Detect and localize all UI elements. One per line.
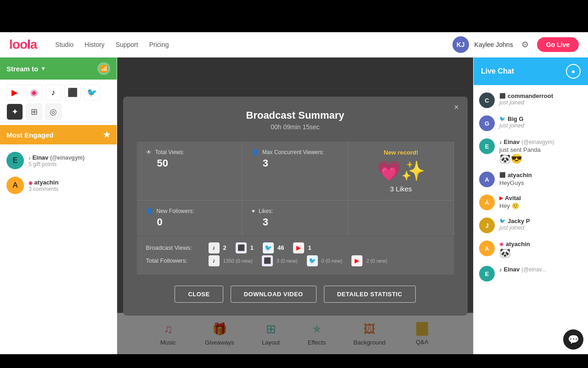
chat-name-row: ⬛ commanderroot [499, 92, 582, 99]
chat-content: ▶ Avital Hey 🙂 [499, 195, 582, 209]
chat-text: HeyGuys [499, 179, 582, 186]
tiktok-followers-icon: ♪ [209, 255, 220, 266]
twitter-stats: 46 [277, 244, 284, 251]
detailed-statistic-button[interactable]: DETAILED STATISTIC [324, 286, 416, 303]
navbar: loola Studio History Support Pricing KJ … [0, 32, 588, 58]
total-views-value: 50 [157, 157, 233, 169]
avatar: E [479, 266, 495, 282]
twitter-badge: 🐦 [499, 218, 506, 224]
chat-emoji: 🐼 [499, 247, 582, 259]
chat-message: E ♪ Einav (@einavgym) just sent Panda 🐼😎 [474, 135, 588, 168]
chat-message: A ⬛ atyachin HeyGuys [474, 168, 588, 191]
broadcast-views-label: Broadcast Views: [146, 244, 206, 251]
chat-message: A ◉ atyachin 🐼 [474, 237, 588, 262]
go-live-button[interactable]: Go Live [537, 37, 579, 52]
broadcast-summary-modal: × Broadcast Summary 00h 09min 15sec 👁 To… [123, 97, 468, 316]
platform-stat-youtube: ▶ 1 [293, 242, 311, 253]
avatar: A [479, 195, 495, 210]
platform-youtube[interactable]: ▶ [6, 84, 23, 101]
modal-close-button[interactable]: × [451, 102, 462, 113]
chat-name-row: 🐦 Jacky P [499, 218, 582, 224]
settings-icon[interactable]: ⚙ [519, 38, 531, 51]
max-concurrent-value: 3 [263, 157, 339, 169]
twitch-followers-icon: ⬛ [262, 255, 273, 266]
twitter-badge: 🐦 [499, 116, 506, 122]
nav-studio[interactable]: Studio [55, 41, 74, 48]
chat-name: Einav [504, 266, 520, 273]
chat-content: ♪ Einav (@einav... [499, 266, 582, 273]
tiktok-stats: 2 [223, 244, 226, 251]
total-views-label: Total Views: [155, 149, 185, 155]
twitter-followers-icon: 🐦 [307, 255, 318, 266]
tiktok-views: 2 [223, 244, 226, 251]
stream-to-label: Stream to [6, 65, 38, 73]
platform-other3[interactable]: ◎ [45, 104, 62, 120]
wifi-icon: 📶 [97, 62, 110, 75]
platform-other2[interactable]: ⊞ [26, 104, 42, 120]
live-chat-panel: Live Chat ● C ⬛ commanderroot just joine… [473, 58, 588, 354]
twitch-badge: ⬛ [499, 93, 506, 99]
heart-icon: 💗✨ [377, 160, 425, 182]
chat-message: G 🐦 Big G just joined [474, 112, 588, 135]
twitter-views: 46 [277, 244, 284, 251]
new-record-label: New record! [384, 149, 418, 156]
eye-icon: 👁 [146, 149, 152, 155]
stream-to-header[interactable]: Stream to ▾ 📶 [0, 58, 117, 80]
youtube-stats: 1 [308, 244, 311, 251]
likes-label: Likes: [259, 208, 273, 214]
nav-pricing[interactable]: Pricing [149, 41, 169, 48]
chevron-down-icon: ▾ [42, 65, 45, 72]
chat-message: A ▶ Avital Hey 🙂 [474, 191, 588, 214]
chat-content: 🐦 Jacky P just joined [499, 218, 582, 231]
youtube-followers: 2 (0 new) [366, 258, 387, 264]
close-button[interactable]: CLOSE [175, 286, 223, 303]
platform-twitch[interactable]: ⬛ [64, 84, 81, 101]
modal-overlay[interactable]: × Broadcast Summary 00h 09min 15sec 👁 To… [117, 58, 473, 354]
nav-support[interactable]: Support [116, 41, 138, 48]
most-engaged-header: Most Engaged ★ [0, 125, 117, 144]
chat-content: 🐦 Big G just joined [499, 115, 582, 129]
platform-twitter[interactable]: 🐦 [84, 84, 100, 101]
live-icon: ● [566, 64, 581, 79]
platform-followers-twitch: ⬛ 3 (0 new) [262, 255, 298, 266]
chat-handle: (@einav... [521, 266, 546, 273]
avatar: A [479, 172, 495, 187]
twitch-stats: 1 [250, 244, 254, 251]
nav-history[interactable]: History [85, 41, 105, 48]
total-views-card: 👁 Total Views: 50 [137, 142, 242, 200]
twitter-followers: 0 (0 new) [322, 258, 343, 264]
modal-title: Broadcast Summary [137, 109, 454, 121]
platform-stats-views: ♪ 2 ⬛ 1 [209, 242, 311, 253]
nav-links: Studio History Support Pricing [55, 41, 169, 48]
download-video-button[interactable]: DOWNLOAD VIDEO [231, 286, 317, 303]
chat-message: J 🐦 Jacky P just joined [474, 214, 588, 237]
chat-name-row: ♪ Einav (@einavgym) [499, 138, 582, 145]
platform-other1[interactable]: ✦ [6, 104, 23, 120]
engaged-meta: 5 gift points [28, 161, 110, 167]
new-followers-card: 👤 New Followers: 0 [137, 201, 242, 236]
person-icon: 👤 [252, 149, 259, 155]
chat-messages-list: C ⬛ commanderroot just joined G 🐦 [474, 85, 588, 354]
top-black-bar [0, 0, 588, 32]
chat-emoji: 🐼😎 [499, 153, 582, 164]
total-followers-row: Total Followers: ♪ 1350 (0 new) ⬛ 3 (0 n… [146, 255, 445, 266]
live-chat-header: Live Chat ● [474, 58, 588, 85]
youtube-icon: ▶ [293, 242, 304, 253]
engaged-list: E ♪ Einav (@einavgym) 5 gift points A ◉ [0, 144, 117, 354]
chat-handle: (@einavgym) [521, 139, 554, 145]
chat-name: Jacky P [508, 218, 530, 224]
support-chat-button[interactable]: 💬 [563, 329, 583, 350]
platform-instagram[interactable]: ◉ [26, 84, 42, 101]
platform-tiktok[interactable]: ♪ [45, 84, 62, 101]
follower-icon: 👤 [146, 208, 153, 214]
tiktok-badge: ♪ [499, 139, 502, 145]
platform-stat-twitter: 🐦 46 [263, 242, 284, 253]
max-concurrent-card: 👤 Max Concurrent Viewers: 3 [243, 142, 348, 200]
chat-message: E ♪ Einav (@einav... [474, 262, 588, 285]
chat-name: commanderroot [508, 92, 553, 99]
bottom-black-bar [0, 354, 588, 368]
tiktok-followers: 1350 (0 new) [223, 258, 253, 264]
star-icon: ★ [103, 130, 110, 140]
engaged-user-info: ◉ atyachin 3 comments [28, 179, 110, 192]
chat-content: ⬛ commanderroot just joined [499, 92, 582, 106]
